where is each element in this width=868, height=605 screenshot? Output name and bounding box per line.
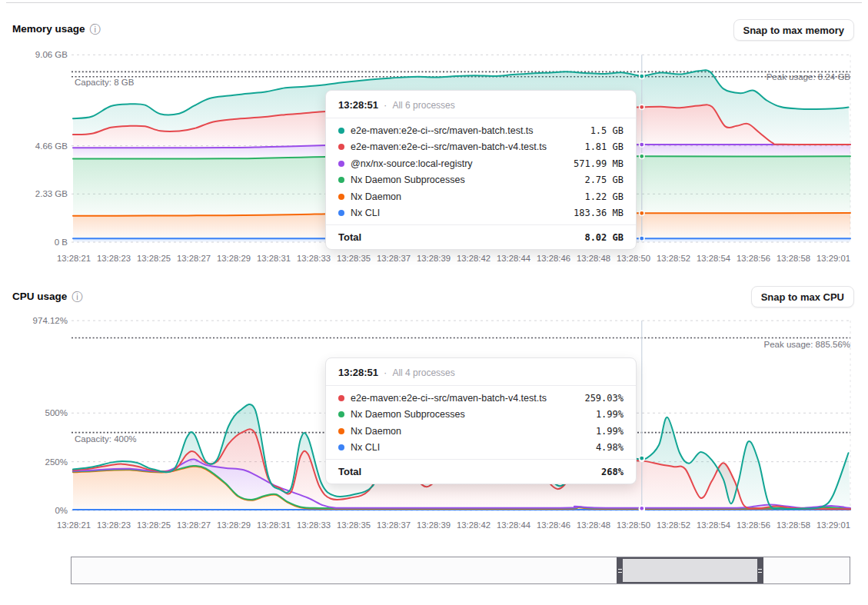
cpu-peak-label: Peak usage: 885.56% xyxy=(763,340,850,349)
tooltip-row: Nx CLI4.98% xyxy=(338,440,624,457)
memory-usage-title: Memory usage xyxy=(12,23,85,35)
process-value: 259.03% xyxy=(584,393,624,404)
series-dot-icon xyxy=(338,210,344,216)
x-axis-label: 13:28:35 xyxy=(331,253,377,264)
cpu-section-header: CPU usage ⓘ xyxy=(12,291,82,302)
x-axis-label: 13:28:25 xyxy=(131,253,177,264)
series-dot-icon xyxy=(338,444,344,450)
tooltip-total-row: Total 268% xyxy=(326,459,636,484)
x-axis-label: 13:28:54 xyxy=(690,520,737,530)
x-axis-label: 13:28:33 xyxy=(291,520,337,530)
profiler-page: Memory usage ⓘ Snap to max memory Capaci… xyxy=(0,0,868,605)
tooltip-row: @nx/nx-source:local-registry571.99 MB xyxy=(338,155,624,172)
y-axis-label: 4.66 GB xyxy=(6,140,68,152)
tooltip-row: e2e-maven:e2e-ci--src/maven-batch-v4.tes… xyxy=(338,390,624,407)
process-name: e2e-maven:e2e-ci--src/maven-batch-v4.tes… xyxy=(351,141,547,152)
process-value: 1.99% xyxy=(596,426,624,437)
process-name: e2e-maven:e2e-ci--src/maven-batch-v4.tes… xyxy=(351,393,547,404)
tooltip-total-label: Total xyxy=(338,466,361,477)
brush-handle-left[interactable] xyxy=(617,559,623,582)
grip-icon xyxy=(758,569,762,573)
crosshair-dot-green xyxy=(640,154,644,158)
info-icon[interactable]: ⓘ xyxy=(72,291,82,302)
y-axis-label: 0 B xyxy=(6,236,68,248)
memory-section-header: Memory usage ⓘ xyxy=(12,23,101,35)
x-axis-label: 13:28:27 xyxy=(171,520,217,530)
y-axis-label: 250% xyxy=(6,456,68,468)
crosshair-dot-blue xyxy=(640,236,644,241)
tooltip-row: e2e-maven:e2e-ci--src/maven-batch-v4.tes… xyxy=(338,139,624,156)
series-dot-icon xyxy=(338,161,344,167)
snap-to-max-memory-button[interactable]: Snap to max memory xyxy=(733,19,855,41)
snap-to-max-cpu-button[interactable]: Snap to max CPU xyxy=(751,286,854,307)
tooltip-row: Nx Daemon1.99% xyxy=(338,423,624,440)
info-icon[interactable]: ⓘ xyxy=(90,24,101,35)
x-axis-label: 13:28:35 xyxy=(331,520,377,530)
x-axis-label: 13:28:58 xyxy=(770,253,816,264)
process-value: 4.98% xyxy=(596,442,624,453)
tooltip-time: 13:28:51 xyxy=(338,99,378,111)
cpu-capacity-label: Capacity: 400% xyxy=(75,434,137,444)
tooltip-row: e2e-maven:e2e-ci--src/maven-batch.test.t… xyxy=(338,122,624,139)
x-axis-label: 13:28:29 xyxy=(211,253,257,264)
process-name: e2e-maven:e2e-ci--src/maven-batch.test.t… xyxy=(351,125,534,136)
brush-handle-right[interactable] xyxy=(757,559,763,582)
tooltip-rows: e2e-maven:e2e-ci--src/maven-batch-v4.tes… xyxy=(326,386,636,459)
process-value: 2.75 GB xyxy=(584,175,624,185)
series-dot-icon xyxy=(338,177,344,183)
process-value: 1.5 GB xyxy=(590,125,624,136)
crosshair-dot-purple xyxy=(640,506,644,510)
x-axis-label: 13:28:44 xyxy=(491,253,537,264)
x-axis-label: 13:28:39 xyxy=(411,520,457,530)
memory-capacity-label: Capacity: 8 GB xyxy=(75,78,134,87)
tooltip-total-row: Total 8.02 GB xyxy=(326,224,636,249)
tooltip-header: 13:28:51 · All 6 processes xyxy=(326,91,636,118)
y-axis-label: 2.33 GB xyxy=(6,188,68,200)
x-axis-label: 13:29:01 xyxy=(810,253,856,264)
tooltip-row: Nx Daemon1.22 GB xyxy=(338,188,624,205)
x-axis-label: 13:28:44 xyxy=(491,520,537,530)
card-top-edge xyxy=(6,2,862,3)
x-axis-label: 13:28:50 xyxy=(610,520,657,530)
series-dot-icon xyxy=(338,128,344,134)
tooltip-header: 13:28:51 · All 4 processes xyxy=(326,358,636,386)
crosshair-dot-red xyxy=(640,105,644,109)
crosshair-dot-purple xyxy=(640,142,644,147)
process-name: Nx Daemon xyxy=(351,191,401,202)
cpu-tooltip: 13:28:51 · All 4 processes e2e-maven:e2e… xyxy=(325,357,637,484)
tooltip-total-value: 268% xyxy=(601,467,624,477)
tooltip-total-value: 8.02 GB xyxy=(584,232,624,243)
x-axis-label: 13:28:37 xyxy=(371,253,417,264)
tooltip-total-label: Total xyxy=(338,231,361,243)
crosshair-dot-teal xyxy=(640,456,644,460)
y-axis-label: 974.12% xyxy=(6,314,68,327)
series-dot-icon xyxy=(338,395,344,401)
tooltip-separator: · xyxy=(384,367,387,378)
process-name: Nx CLI xyxy=(351,208,380,218)
x-axis-label: 13:28:37 xyxy=(371,520,417,530)
x-axis-label: 13:28:42 xyxy=(451,253,497,264)
x-axis-label: 13:28:50 xyxy=(610,253,657,264)
x-axis-label: 13:28:31 xyxy=(251,520,297,530)
tooltip-row: Nx Daemon Subprocesses2.75 GB xyxy=(338,172,624,189)
x-axis-label: 13:28:58 xyxy=(770,520,816,530)
y-axis-label: 0% xyxy=(6,504,68,517)
tooltip-subtitle: All 4 processes xyxy=(392,367,454,378)
series-dot-icon xyxy=(338,411,344,417)
x-axis-label: 13:28:29 xyxy=(211,520,257,530)
x-axis-label: 13:28:48 xyxy=(570,253,617,264)
brush-selection[interactable] xyxy=(617,557,763,583)
series-dot-icon xyxy=(338,428,344,434)
tooltip-separator: · xyxy=(384,99,387,111)
grip-icon xyxy=(618,569,622,573)
process-name: Nx Daemon Subprocesses xyxy=(351,175,465,185)
tooltip-time: 13:28:51 xyxy=(338,367,378,378)
x-axis-label: 13:28:46 xyxy=(530,253,577,264)
memory-tooltip: 13:28:51 · All 6 processes e2e-maven:e2e… xyxy=(325,90,637,250)
process-value: 183.36 MB xyxy=(574,208,624,218)
x-axis-label: 13:28:23 xyxy=(91,253,137,264)
x-axis-label: 13:28:48 xyxy=(570,520,617,530)
brush-track[interactable] xyxy=(71,557,850,584)
process-name: @nx/nx-source:local-registry xyxy=(351,158,473,169)
memory-peak-label: Peak usage: 8.24 GB xyxy=(767,72,850,81)
